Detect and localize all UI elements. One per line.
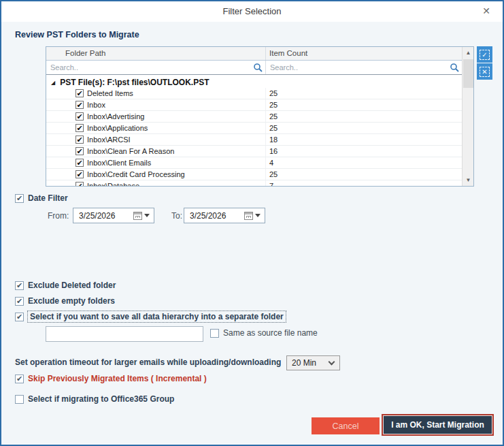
table-row[interactable]: Inbox\Clean For A Reason 16: [46, 146, 462, 157]
folder-name: Inbox\ARCSI: [87, 136, 131, 144]
check-icon: ✓: [480, 50, 490, 60]
column-header-item-count[interactable]: Item Count: [266, 47, 462, 60]
folder-checkbox[interactable]: [75, 89, 84, 97]
date-filter-row: Date Filter: [15, 193, 68, 203]
selection-side-buttons: ✓ ✕: [477, 46, 492, 80]
scroll-down-icon[interactable]: ▼: [463, 174, 474, 186]
chevron-down-icon: [329, 359, 335, 366]
folder-item-count: 18: [266, 134, 462, 145]
exclude-deleted-checkbox[interactable]: [15, 281, 24, 290]
table-scrollbar[interactable]: ▲ ▼: [462, 47, 473, 186]
separate-folder-label: Select if you want to save all data hier…: [28, 311, 286, 322]
exclude-empty-label: Exclude empty folders: [28, 296, 115, 306]
table-header: Folder Path Item Count: [46, 47, 462, 61]
separate-folder-row: Select if you want to save all data hier…: [15, 311, 286, 322]
cancel-button[interactable]: Cancel: [312, 417, 380, 434]
to-date-value: 3/25/2026: [184, 211, 244, 221]
folder-item-count: 25: [266, 123, 462, 133]
folder-item-count: 25: [266, 169, 462, 180]
same-as-source-label: Same as source file name: [223, 328, 318, 338]
from-date-value: 3/25/2026: [73, 211, 133, 221]
separate-folder-checkbox[interactable]: [15, 313, 24, 321]
dialog-title: Filter Selection: [1, 6, 503, 16]
to-label: To:: [171, 211, 182, 221]
close-icon[interactable]: ✕: [480, 4, 493, 18]
search-icon: [450, 63, 459, 72]
column-header-folder-path[interactable]: Folder Path: [46, 47, 266, 60]
skip-migrated-label: Skip Previously Migrated Items ( Increme…: [28, 374, 207, 383]
table-row[interactable]: Inbox\Advertising 25: [46, 111, 462, 123]
title-bar: Filter Selection ✕: [1, 1, 503, 22]
item-count-search-input[interactable]: [266, 61, 462, 74]
folder-path-search-input[interactable]: [46, 61, 265, 74]
timeout-select[interactable]: 20 Min: [286, 355, 340, 370]
folder-name: Inbox\Database: [87, 182, 139, 187]
exclude-empty-row: Exclude empty folders: [15, 296, 115, 306]
folder-name: Inbox\Credit Card Processing: [87, 170, 185, 178]
folder-checkbox[interactable]: [75, 101, 84, 109]
table-row[interactable]: Inbox 25: [46, 99, 462, 111]
folder-checkbox[interactable]: [75, 124, 84, 132]
exclude-deleted-row: Exclude Deleted folder: [15, 281, 116, 290]
table-search-row: [46, 61, 462, 75]
folder-item-count: 7: [266, 180, 462, 187]
search-icon: [253, 63, 263, 72]
from-date-picker[interactable]: 3/25/2026: [73, 208, 154, 223]
office365-group-row: Select if migrating to Office365 Group: [15, 394, 174, 404]
same-as-source-row: Same as source file name: [210, 328, 318, 338]
scrollbar-thumb[interactable]: [463, 59, 473, 88]
skip-migrated-row: Skip Previously Migrated Items ( Increme…: [15, 374, 207, 383]
folder-name: Inbox: [87, 101, 105, 109]
timeout-value: 20 Min: [287, 358, 329, 368]
table-row[interactable]: Inbox\Database 7: [46, 180, 462, 187]
scroll-up-icon[interactable]: ▲: [463, 47, 474, 59]
folder-checkbox[interactable]: [75, 182, 84, 187]
calendar-icon: [133, 212, 142, 220]
calendar-icon: [244, 212, 253, 220]
folder-item-count: 25: [266, 88, 462, 99]
exclude-deleted-label: Exclude Deleted folder: [28, 281, 116, 290]
office365-group-label: Select if migrating to Office365 Group: [28, 394, 174, 404]
folder-checkbox[interactable]: [75, 112, 84, 121]
table-row[interactable]: Inbox\ARCSI 18: [46, 134, 462, 146]
section-title: Review PST Folders to Migrate: [15, 30, 139, 39]
folder-checkbox[interactable]: [75, 159, 84, 167]
timeout-label: Set operation timeout for larger emails …: [15, 357, 281, 367]
folder-rows: Deleted Items 25 Inbox 25 Inbox\Advertis…: [46, 88, 462, 187]
table-row[interactable]: Inbox\Credit Card Processing 25: [46, 169, 462, 180]
folder-checkbox[interactable]: [75, 170, 84, 178]
start-migration-button[interactable]: I am OK, Start Migration: [382, 414, 494, 436]
to-date-picker[interactable]: 3/25/2026: [184, 208, 265, 223]
folder-table: Folder Path Item Count: [46, 46, 474, 187]
from-label: From:: [48, 211, 69, 221]
deselect-all-button[interactable]: ✕: [477, 63, 492, 80]
dropdown-arrow-icon[interactable]: [255, 214, 261, 217]
folder-item-count: 4: [266, 157, 462, 168]
same-as-source-checkbox[interactable]: [210, 329, 219, 338]
folder-checkbox[interactable]: [75, 136, 84, 144]
select-all-button[interactable]: ✓: [477, 46, 492, 63]
separate-folder-name-input[interactable]: [46, 326, 203, 342]
filter-selection-dialog: Filter Selection ✕ Review PST Folders to…: [0, 0, 504, 446]
folder-name: Inbox\Applications: [87, 124, 148, 132]
cross-icon: ✕: [480, 67, 490, 77]
folder-item-count: 16: [266, 146, 462, 157]
dropdown-arrow-icon[interactable]: [144, 214, 150, 217]
skip-migrated-checkbox[interactable]: [15, 375, 24, 383]
folder-name: Inbox\Advertising: [87, 112, 144, 121]
table-row[interactable]: Inbox\Client Emails 4: [46, 157, 462, 169]
date-filter-checkbox[interactable]: [15, 194, 24, 203]
folder-checkbox[interactable]: [75, 147, 84, 155]
folder-item-count: 25: [266, 111, 462, 122]
exclude-empty-checkbox[interactable]: [15, 297, 24, 306]
date-filter-label: Date Filter: [28, 193, 68, 203]
folder-item-count: 25: [266, 99, 462, 110]
folder-name: Inbox\Client Emails: [87, 159, 151, 167]
table-row[interactable]: Inbox\Applications 25: [46, 123, 462, 134]
office365-group-checkbox[interactable]: [15, 395, 24, 404]
folder-name: Deleted Items: [87, 89, 133, 97]
folder-name: Inbox\Clean For A Reason: [87, 147, 174, 155]
tree-root-row[interactable]: ◢PST File(s): F:\pst files\OUTLOOK.PST: [46, 75, 462, 88]
tree-root-label: PST File(s): F:\pst files\OUTLOOK.PST: [60, 78, 209, 87]
table-row[interactable]: Deleted Items 25: [46, 88, 462, 99]
